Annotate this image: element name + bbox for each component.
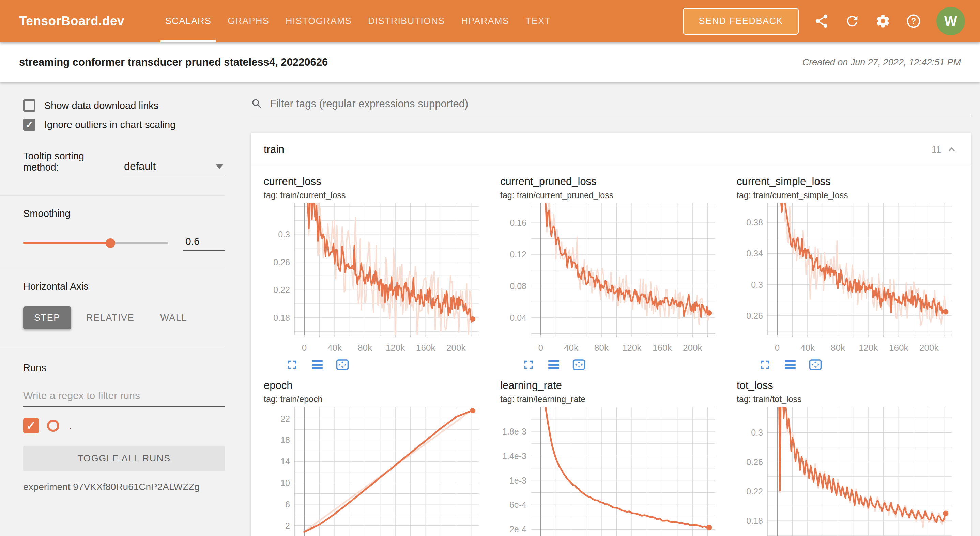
svg-text:200k: 200k xyxy=(920,343,939,353)
refresh-icon[interactable] xyxy=(845,13,860,29)
chart-title: epoch xyxy=(264,379,485,392)
svg-text:0.22: 0.22 xyxy=(746,487,763,496)
smoothing-value-input[interactable]: 0.6 xyxy=(183,236,225,251)
svg-text:0.38: 0.38 xyxy=(746,217,763,227)
expand-card-icon[interactable] xyxy=(285,358,299,372)
svg-text:2: 2 xyxy=(285,521,290,531)
expand-card-icon[interactable] xyxy=(758,358,772,372)
section-chart-count: 11 xyxy=(932,144,941,155)
run-color-swatch-icon[interactable] xyxy=(47,420,59,432)
tooltip-sorting-select[interactable]: default xyxy=(123,160,225,176)
axis-step-button[interactable]: STEP xyxy=(23,306,71,329)
svg-text:0.26: 0.26 xyxy=(746,311,763,320)
send-feedback-button[interactable]: SEND FEEDBACK xyxy=(683,8,799,35)
experiment-title-bar: streaming conformer transducer pruned st… xyxy=(0,42,980,82)
scalar-chart-card: epoch tag: train/epoch 2610141822040k80k… xyxy=(264,379,485,536)
chart-toolbar xyxy=(758,358,958,372)
fit-domain-icon[interactable] xyxy=(335,358,350,372)
scalar-chart-card: current_simple_loss tag: train/current_s… xyxy=(737,175,958,372)
horizontal-lines-icon[interactable] xyxy=(783,358,797,372)
scalar-line-chart[interactable]: 0.180.220.260.3040k80k120k160k200k xyxy=(264,201,485,355)
svg-text:40k: 40k xyxy=(800,343,815,353)
slider-thumb[interactable] xyxy=(106,238,115,248)
checkbox-unchecked-icon[interactable] xyxy=(23,100,35,112)
avatar[interactable]: W xyxy=(936,7,965,35)
app-bar: TensorBoard.dev SCALARSGRAPHSHISTOGRAMSD… xyxy=(0,0,980,42)
svg-text:0.3: 0.3 xyxy=(751,428,763,437)
svg-text:80k: 80k xyxy=(831,343,845,353)
chart-title: current_pruned_loss xyxy=(500,175,722,188)
svg-text:80k: 80k xyxy=(594,343,609,353)
scalar-line-chart[interactable]: 0.260.30.340.38040k80k120k160k200k xyxy=(737,201,958,355)
chart-title: current_loss xyxy=(264,175,485,188)
svg-text:0.34: 0.34 xyxy=(746,249,763,258)
svg-text:0.22: 0.22 xyxy=(273,285,290,295)
svg-text:1e-3: 1e-3 xyxy=(509,476,527,485)
svg-text:120k: 120k xyxy=(386,343,405,353)
svg-text:14: 14 xyxy=(280,457,290,466)
axis-wall-button[interactable]: WALL xyxy=(149,306,198,329)
svg-text:80k: 80k xyxy=(358,343,372,353)
show-download-links-checkbox[interactable]: Show data download links xyxy=(23,100,225,112)
chevron-up-icon[interactable] xyxy=(945,143,958,156)
tab-graphs[interactable]: GRAPHS xyxy=(220,0,277,42)
chart-tag: tag: train/current_pruned_loss xyxy=(500,190,722,200)
horizontal-axis-label: Horizontal Axis xyxy=(23,281,225,292)
run-checkbox-checked-icon[interactable]: ✓ xyxy=(23,418,39,433)
fit-domain-icon[interactable] xyxy=(808,358,822,372)
runs-filter-input[interactable] xyxy=(23,386,225,407)
section-title: train xyxy=(264,143,284,155)
experiment-title: streaming conformer transducer pruned st… xyxy=(19,56,328,68)
horizontal-lines-icon[interactable] xyxy=(310,358,325,372)
svg-text:0.3: 0.3 xyxy=(278,230,290,239)
svg-text:1.4e-3: 1.4e-3 xyxy=(502,451,527,461)
svg-text:22: 22 xyxy=(280,414,290,423)
share-icon[interactable] xyxy=(814,13,829,29)
svg-text:0.04: 0.04 xyxy=(510,313,527,322)
chart-tag: tag: train/epoch xyxy=(264,394,485,404)
chart-title: current_simple_loss xyxy=(737,175,958,188)
chevron-down-icon xyxy=(215,164,224,169)
scalar-line-chart[interactable]: 0.040.080.120.16040k80k120k160k200k xyxy=(500,201,722,355)
runs-label: Runs xyxy=(23,362,225,374)
charts-grid: current_loss tag: train/current_loss 0.1… xyxy=(251,165,971,536)
expand-card-icon[interactable] xyxy=(521,358,536,372)
scalar-line-chart[interactable]: 0.180.220.260.3040k80k120k160k200k xyxy=(737,405,958,536)
help-icon[interactable]: ? xyxy=(906,13,921,29)
main-content: train 11 current_loss tag: train/current… xyxy=(245,82,980,536)
chart-tag: tag: train/tot_loss xyxy=(737,394,958,404)
smoothing-slider[interactable] xyxy=(23,242,168,244)
app-logo[interactable]: TensorBoard.dev xyxy=(19,14,124,28)
smoothing-label: Smoothing xyxy=(23,208,225,219)
nav-tabs: SCALARSGRAPHSHISTOGRAMSDISTRIBUTIONSHPAR… xyxy=(157,0,559,42)
tab-scalars[interactable]: SCALARS xyxy=(157,0,220,42)
scalar-chart-card: current_loss tag: train/current_loss 0.1… xyxy=(264,175,485,372)
horizontal-lines-icon[interactable] xyxy=(547,358,561,372)
svg-text:2e-4: 2e-4 xyxy=(509,525,527,534)
svg-text:120k: 120k xyxy=(859,343,878,353)
svg-text:0: 0 xyxy=(538,343,543,353)
tab-distributions[interactable]: DISTRIBUTIONS xyxy=(360,0,453,42)
tab-hparams[interactable]: HPARAMS xyxy=(453,0,517,42)
svg-text:200k: 200k xyxy=(446,343,466,353)
section-collapse-toggle[interactable]: 11 xyxy=(932,143,958,156)
tooltip-sorting-value: default xyxy=(124,160,156,173)
ignore-outliers-checkbox[interactable]: ✓ Ignore outliers in chart scaling xyxy=(23,119,225,131)
fit-domain-icon[interactable] xyxy=(572,358,586,372)
chart-tag: tag: train/current_simple_loss xyxy=(737,190,958,200)
tab-histograms[interactable]: HISTOGRAMS xyxy=(277,0,360,42)
tab-text[interactable]: TEXT xyxy=(517,0,559,42)
svg-text:160k: 160k xyxy=(416,343,436,353)
checkbox-checked-icon[interactable]: ✓ xyxy=(23,119,35,131)
divider xyxy=(0,347,225,347)
toggle-all-runs-button[interactable]: TOGGLE ALL RUNS xyxy=(23,446,225,471)
run-name: . xyxy=(69,420,72,431)
run-list-item: ✓ . xyxy=(23,418,225,433)
svg-text:6e-4: 6e-4 xyxy=(509,500,527,509)
scalar-line-chart[interactable]: 2e-46e-41e-31.4e-31.8e-3040k80k120k160k2… xyxy=(500,405,722,536)
tag-filter-input[interactable] xyxy=(269,97,971,110)
slider-fill xyxy=(23,242,110,244)
axis-relative-button[interactable]: RELATIVE xyxy=(75,306,145,329)
scalar-line-chart[interactable]: 2610141822040k80k120k160k200k xyxy=(264,405,485,536)
settings-icon[interactable] xyxy=(875,13,891,29)
